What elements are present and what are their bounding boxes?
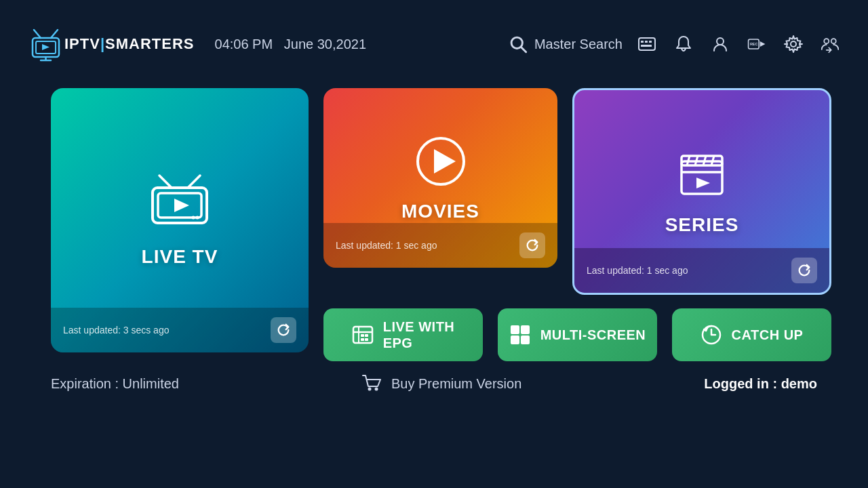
movies-series-row: MOVIES Last updated: 1 sec ago xyxy=(323,88,831,295)
multi-screen-icon xyxy=(509,324,531,346)
svg-point-19 xyxy=(824,39,829,43)
epg-icon[interactable] xyxy=(636,33,658,55)
multi-screen-button[interactable]: MULTI-SCREEN xyxy=(498,308,657,361)
movies-updated: Last updated: 1 sec ago xyxy=(336,240,437,251)
logo: IPTV|SMARTERS xyxy=(27,26,195,63)
master-search-button[interactable]: Master Search xyxy=(509,35,623,54)
logged-in-text: Logged in : demo xyxy=(704,376,817,392)
bottom-buttons-row: LIVE WITH EPG MULTI-SCREEN xyxy=(323,308,831,361)
svg-point-51 xyxy=(375,388,378,391)
svg-rect-9 xyxy=(639,38,655,50)
username: demo xyxy=(781,376,817,391)
live-epg-label-line1: LIVE WITH xyxy=(383,319,455,335)
refresh-icon xyxy=(797,263,812,278)
logo-icon xyxy=(27,26,64,63)
buy-premium-button[interactable]: Buy Premium Version xyxy=(361,373,521,394)
svg-rect-42 xyxy=(365,334,368,337)
movies-refresh-button[interactable] xyxy=(519,232,545,258)
svg-text:REC: REC xyxy=(750,42,758,46)
live-epg-button[interactable]: LIVE WITH EPG xyxy=(323,308,483,361)
bell-icon[interactable] xyxy=(673,33,694,55)
header: IPTV|SMARTERS 04:06 PM June 30,2021 Mast… xyxy=(0,0,868,88)
svg-point-14 xyxy=(717,38,724,45)
svg-line-34 xyxy=(695,156,698,165)
series-refresh-button[interactable] xyxy=(791,258,817,283)
svg-point-50 xyxy=(368,388,372,391)
movies-footer: Last updated: 1 sec ago xyxy=(323,223,557,268)
live-epg-icon xyxy=(352,324,374,346)
svg-point-18 xyxy=(791,41,796,47)
rec-icon[interactable]: REC xyxy=(746,33,768,55)
svg-point-27 xyxy=(196,216,199,220)
svg-marker-16 xyxy=(760,41,766,47)
svg-rect-47 xyxy=(511,336,519,344)
live-epg-label-line2: EPG xyxy=(383,335,413,351)
svg-rect-13 xyxy=(641,45,652,47)
series-title: SERIES xyxy=(665,214,739,236)
live-tv-icon xyxy=(146,173,214,234)
footer: Expiration : Unlimited Buy Premium Versi… xyxy=(0,361,868,394)
svg-rect-43 xyxy=(361,338,364,341)
svg-marker-4 xyxy=(42,44,50,50)
catch-up-icon xyxy=(701,324,722,346)
svg-rect-46 xyxy=(521,325,530,334)
header-icons: REC xyxy=(636,33,841,55)
main-content: LIVE TV Last updated: 3 secs ago xyxy=(0,88,868,361)
svg-rect-41 xyxy=(361,334,364,337)
svg-line-0 xyxy=(34,30,41,38)
series-card[interactable]: SERIES Last updated: 1 sec ago xyxy=(572,88,831,295)
multi-screen-label: MULTI-SCREEN xyxy=(540,327,646,343)
svg-line-36 xyxy=(711,156,714,165)
movies-card[interactable]: MOVIES Last updated: 1 sec ago xyxy=(323,88,557,268)
svg-line-33 xyxy=(687,156,690,165)
refresh-icon xyxy=(525,238,540,253)
series-updated: Last updated: 1 sec ago xyxy=(587,265,688,276)
live-tv-updated: Last updated: 3 secs ago xyxy=(63,325,169,336)
catch-up-button[interactable]: CATCH UP xyxy=(672,308,831,361)
svg-point-20 xyxy=(831,39,836,43)
cards-row: LIVE TV Last updated: 3 secs ago xyxy=(51,88,817,361)
svg-point-26 xyxy=(192,216,195,220)
catch-up-label: CATCH UP xyxy=(732,327,804,343)
refresh-icon xyxy=(276,323,291,338)
svg-marker-29 xyxy=(434,149,456,174)
svg-rect-10 xyxy=(641,41,644,43)
live-tv-title: LIVE TV xyxy=(142,246,218,268)
cart-icon xyxy=(361,373,382,394)
series-footer: Last updated: 1 sec ago xyxy=(574,248,829,293)
svg-line-8 xyxy=(521,47,526,52)
svg-rect-45 xyxy=(511,325,519,334)
svg-marker-25 xyxy=(174,199,189,212)
search-icon xyxy=(509,35,528,54)
buy-premium-label: Buy Premium Version xyxy=(391,376,521,392)
svg-line-1 xyxy=(51,30,58,38)
movies-icon xyxy=(414,134,468,188)
settings-icon[interactable] xyxy=(783,33,804,55)
svg-rect-12 xyxy=(649,41,652,43)
svg-rect-44 xyxy=(365,338,368,341)
switch-user-icon[interactable] xyxy=(819,33,841,55)
logo-text: IPTV|SMARTERS xyxy=(64,35,195,53)
svg-rect-48 xyxy=(521,336,530,344)
svg-line-22 xyxy=(188,176,200,188)
svg-marker-37 xyxy=(696,178,710,188)
svg-line-35 xyxy=(703,156,706,165)
series-icon xyxy=(675,148,729,202)
datetime: 04:06 PM June 30,2021 xyxy=(215,37,367,52)
search-label: Master Search xyxy=(534,37,623,52)
live-tv-footer: Last updated: 3 secs ago xyxy=(51,308,309,352)
svg-line-21 xyxy=(159,176,172,188)
live-tv-card[interactable]: LIVE TV Last updated: 3 secs ago xyxy=(51,88,309,352)
svg-rect-11 xyxy=(645,41,648,43)
profile-icon[interactable] xyxy=(709,33,731,55)
expiration-text: Expiration : Unlimited xyxy=(51,376,179,392)
movies-title: MOVIES xyxy=(401,201,479,222)
live-tv-refresh-button[interactable] xyxy=(271,317,296,343)
right-column: MOVIES Last updated: 1 sec ago xyxy=(323,88,831,361)
